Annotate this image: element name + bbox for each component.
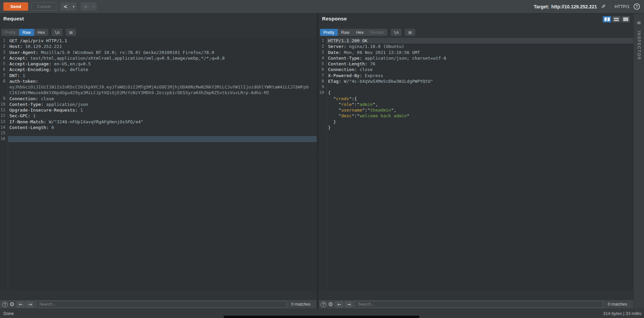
request-panel-title: Request xyxy=(3,16,24,21)
line-number: 2 xyxy=(319,44,326,49)
history-back-dropdown[interactable]: ▾ xyxy=(71,2,76,11)
layout-rows-button[interactable] xyxy=(612,16,621,22)
request-newline-tab[interactable]: \n xyxy=(52,29,62,36)
code-line: 16 xyxy=(0,136,317,142)
code-line: 3Date: Mon, 08 Nov 2021 13:10:56 GMT xyxy=(319,50,633,55)
response-editor[interactable]: 1HTTP/1.1 200 OK2Server: nginx/1.18.0 (U… xyxy=(319,38,633,291)
http-version-label: HTTP/1 xyxy=(614,4,630,9)
gutter-separator xyxy=(8,38,8,291)
code-line: 2Server: nginx/1.18.0 (Ubuntu) xyxy=(319,44,633,49)
request-search-input[interactable] xyxy=(36,301,286,308)
tab-hex[interactable]: Hex xyxy=(34,29,48,36)
code-line: 15 xyxy=(0,130,317,136)
request-view-menu-icon[interactable]: ≡ xyxy=(66,29,76,36)
response-view-menu-icon[interactable]: ≡ xyxy=(405,29,415,36)
code-text: "creds":{ xyxy=(326,96,633,102)
line-number xyxy=(0,84,8,90)
line-number: 14 xyxy=(0,125,8,130)
code-line: 14Content-Length: 0 xyxy=(0,125,317,130)
layout-single-button[interactable] xyxy=(622,16,630,22)
code-text: { xyxy=(326,90,633,96)
layout-toggle-group xyxy=(603,16,630,22)
tab-raw[interactable]: Raw xyxy=(19,29,34,36)
help-icon[interactable]: ? xyxy=(634,3,640,10)
code-line: 6Accept-Encoding: gzip, deflate xyxy=(0,67,317,72)
code-text: Accept: text/html,application/xhtml+xml,… xyxy=(8,55,317,61)
code-text: "role":"admin", xyxy=(326,102,633,107)
code-text xyxy=(8,130,317,136)
search-help-icon[interactable]: ? xyxy=(321,302,326,307)
code-line: 1GET /api/priv HTTP/1.1 xyxy=(0,38,317,44)
code-line: 7DNT: 1 xyxy=(0,73,317,78)
code-text: Content-Type: application/json xyxy=(8,102,317,107)
line-number: 7 xyxy=(0,73,8,78)
code-line: "desc":"welcome back admin" xyxy=(319,113,633,119)
code-line: } xyxy=(319,125,633,130)
code-text: Server: nginx/1.18.0 (Ubuntu) xyxy=(326,44,633,49)
line-number: 15 xyxy=(0,130,8,136)
history-forward-button[interactable]: > xyxy=(80,2,91,11)
cancel-button[interactable]: Cancel xyxy=(32,2,56,11)
search-settings-gear-icon[interactable]: ⚙ xyxy=(328,301,333,308)
send-button[interactable]: Send xyxy=(3,2,28,11)
tab-pretty[interactable]: Pretty xyxy=(320,29,338,36)
history-forward-group: > ▾ xyxy=(80,2,97,11)
code-text: Accept-Encoding: gzip, deflate xyxy=(8,67,317,72)
code-line: 5Accept-Language: en-US,en;q=0.5 xyxy=(0,61,317,67)
history-back-button[interactable]: < xyxy=(60,2,70,11)
line-number: 5 xyxy=(0,61,8,67)
tab-raw[interactable]: Raw xyxy=(338,29,353,36)
code-line: eyJhbGciOiJIUzI1NiIsInR5cCI6IkpXVCJ9.eyJ… xyxy=(0,84,317,90)
code-text: Connection: close xyxy=(326,67,633,72)
code-text: User-Agent: Mozilla/5.0 (Windows NT 10.0… xyxy=(8,50,317,55)
line-number: 4 xyxy=(0,55,8,61)
inspector-collapsed-panel[interactable]: ≡ INSPECTOR xyxy=(633,13,644,309)
code-line: "role":"admin", xyxy=(319,102,633,107)
line-number xyxy=(319,96,326,102)
search-prev-button[interactable]: ← xyxy=(335,301,343,308)
edit-target-pencil-icon[interactable]: ✎ xyxy=(601,3,605,10)
line-number: 8 xyxy=(0,78,8,84)
response-search-input[interactable] xyxy=(355,301,603,308)
tab-pretty[interactable]: Pretty xyxy=(1,29,19,36)
response-newline-tab[interactable]: \n xyxy=(391,29,401,36)
line-number: 3 xyxy=(319,50,326,55)
code-text: DNT: 1 xyxy=(8,73,317,78)
code-line: 9Connection: close xyxy=(0,96,317,102)
code-line: 3User-Agent: Mozilla/5.0 (Windows NT 10.… xyxy=(0,50,317,55)
request-editor[interactable]: 1GET /api/priv HTTP/1.12Host: 10.129.252… xyxy=(0,38,317,291)
code-text: CI6InNtMWwzekBkYXNpdGgud29ya3MiLCJpYXQiO… xyxy=(8,90,317,96)
inspector-menu-icon[interactable]: ≡ xyxy=(634,19,644,26)
search-settings-gear-icon[interactable]: ⚙ xyxy=(9,301,14,308)
search-next-button[interactable]: → xyxy=(344,301,353,308)
tab-render[interactable]: Render xyxy=(367,29,387,36)
code-line: 10{ xyxy=(319,90,633,96)
columns-icon xyxy=(607,17,610,21)
code-line: 11Upgrade-Insecure-Requests: 1 xyxy=(0,107,317,113)
code-text: Date: Mon, 08 Nov 2021 13:10:56 GMT xyxy=(326,50,633,55)
code-line: 2Host: 10.129.252.221 xyxy=(0,44,317,49)
code-line: 4Accept: text/html,application/xhtml+xml… xyxy=(0,55,317,61)
code-text: } xyxy=(326,125,633,130)
code-text: Accept-Language: en-US,en;q=0.5 xyxy=(8,61,317,67)
history-forward-dropdown[interactable]: ▾ xyxy=(91,2,97,11)
request-search-bar: ? ⚙ ← → 0 matches xyxy=(0,300,317,309)
target-url: http://10.129.252.221 xyxy=(551,4,597,9)
code-line: 12Sec-GPC: 1 xyxy=(0,113,317,119)
code-line: 13If-None-Match: W/"3248-nFUp1XavqYRgAFg… xyxy=(0,119,317,125)
layout-columns-button[interactable] xyxy=(603,16,611,22)
columns-icon xyxy=(604,17,607,21)
search-next-button[interactable]: → xyxy=(26,301,34,308)
code-line: 8auth-token: xyxy=(0,78,317,84)
gutter-separator xyxy=(326,38,327,291)
code-line: 9 xyxy=(319,84,633,90)
inspector-label[interactable]: INSPECTOR xyxy=(637,31,641,60)
response-tab-row: PrettyRawHexRender \n ≡ xyxy=(320,29,415,36)
code-text: Connection: close xyxy=(8,96,317,102)
search-prev-button[interactable]: ← xyxy=(16,301,25,308)
response-match-count: 0 matches xyxy=(603,302,632,307)
search-help-icon[interactable]: ? xyxy=(2,302,8,307)
target-label: Target: xyxy=(534,4,549,9)
code-text: HTTP/1.1 200 OK xyxy=(326,38,633,44)
tab-hex[interactable]: Hex xyxy=(353,29,367,36)
